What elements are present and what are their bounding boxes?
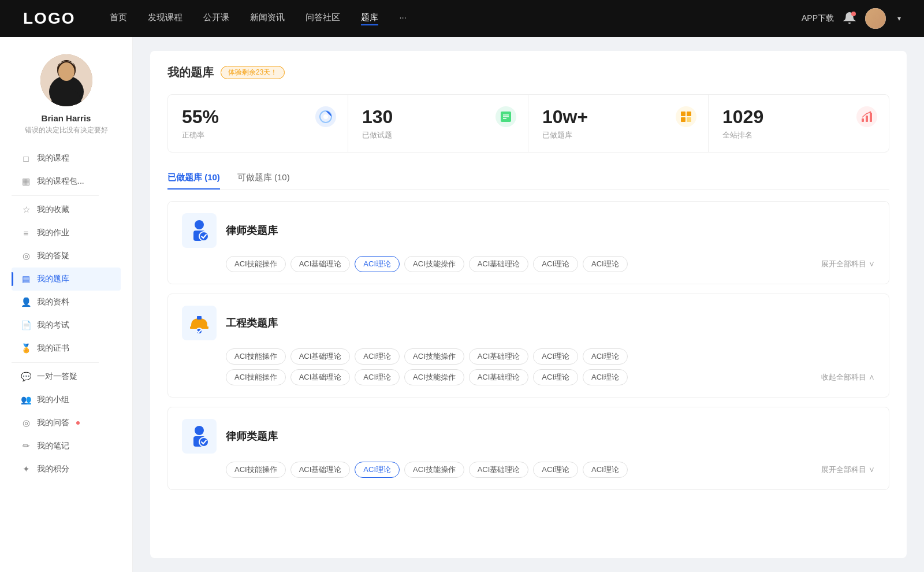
tag-2-2[interactable]: ACI理论	[355, 462, 400, 478]
done-b-icon	[676, 106, 696, 127]
tag-1-3[interactable]: ACI技能操作	[404, 348, 464, 365]
stat-ranking: 1029 全站排名	[709, 95, 889, 152]
tag-1-s3[interactable]: ACI技能操作	[404, 369, 464, 385]
rank-icon	[856, 106, 877, 127]
tag-0-0[interactable]: ACI技能操作	[226, 256, 286, 272]
svg-rect-16	[870, 113, 872, 122]
tag-row-1: ACI技能操作 ACI基础理论 ACI理论 ACI技能操作 ACI基础理论 AC…	[182, 348, 875, 365]
tag-0-4[interactable]: ACI基础理论	[469, 256, 529, 272]
tab-done[interactable]: 已做题库 (10)	[167, 166, 220, 189]
nav-right: APP下载 ▾	[802, 8, 901, 29]
stat-done-banks: 10w+ 已做题库	[528, 95, 709, 152]
sidebar-item-certificate[interactable]: 🏅 我的证书	[12, 337, 121, 360]
sidebar-item-points[interactable]: ✦ 我的积分	[12, 458, 121, 481]
tag-1-s1[interactable]: ACI基础理论	[290, 369, 351, 385]
sidebar: Brian Harris 错误的决定比没有决定要好 □ 我的课程 ▦ 我的课程包…	[0, 37, 133, 572]
second-tag-row-1: ACI技能操作 ACI基础理论 ACI理论 ACI技能操作 ACI基础理论 AC…	[182, 369, 875, 385]
tag-2-3[interactable]: ACI技能操作	[404, 462, 464, 478]
tag-2-6[interactable]: ACI理论	[583, 462, 628, 478]
stat-done-q-label: 已做试题	[362, 130, 392, 140]
done-q-icon	[495, 106, 516, 127]
nav-discover[interactable]: 发现课程	[148, 12, 182, 25]
avatar[interactable]	[865, 8, 886, 29]
tag-collapse-1[interactable]: 收起全部科目 ∧	[821, 372, 875, 382]
tag-0-2[interactable]: ACI理论	[355, 256, 400, 272]
stats-row: 55% 正确率 130 已做试题	[167, 94, 889, 153]
sidebar-item-group[interactable]: 👥 我的小组	[12, 388, 121, 411]
qbank-header-1: 工程类题库	[182, 306, 875, 340]
qbank-header-2: 律师类题库	[182, 419, 875, 454]
svg-point-17	[870, 112, 871, 113]
sidebar-item-qbank[interactable]: ▤ 我的题库	[12, 268, 121, 291]
qbank-icon: ▤	[21, 274, 31, 284]
tag-2-5[interactable]: ACI理论	[533, 462, 578, 478]
sidebar-item-exam[interactable]: 📄 我的考试	[12, 314, 121, 337]
stat-accuracy: 55% 正确率	[168, 95, 348, 152]
qa-new-dot	[76, 421, 80, 425]
nav-qa[interactable]: 问答社区	[305, 12, 340, 25]
user-avatar	[40, 54, 92, 106]
navbar: LOGO 首页 发现课程 公开课 新闻资讯 问答社区 题库 ··· APP下载 …	[0, 0, 924, 37]
tag-1-6[interactable]: ACI理论	[583, 348, 628, 365]
tag-1-4[interactable]: ACI基础理论	[469, 348, 529, 365]
tag-1-s5[interactable]: ACI理论	[533, 369, 578, 385]
nav-qbank[interactable]: 题库	[361, 12, 378, 25]
notes-icon: ✏	[21, 441, 31, 451]
certificate-icon: 🏅	[21, 343, 31, 354]
page-layout: Brian Harris 错误的决定比没有决定要好 □ 我的课程 ▦ 我的课程包…	[0, 37, 924, 572]
svg-rect-12	[681, 117, 685, 122]
sidebar-item-qa[interactable]: ◎ 我的答疑	[12, 244, 121, 268]
tag-1-s0[interactable]: ACI技能操作	[226, 369, 286, 385]
trial-badge: 体验剩余23天！	[221, 66, 285, 79]
svg-rect-11	[687, 112, 691, 116]
tag-expand-2[interactable]: 展开全部科目 ∨	[821, 465, 875, 475]
svg-point-26	[199, 437, 208, 447]
sidebar-item-my-qa[interactable]: ◎ 我的问答	[12, 411, 121, 434]
qbank-header-0: 律师类题库	[182, 213, 875, 248]
nav-links: 首页 发现课程 公开课 新闻资讯 问答社区 题库 ···	[110, 12, 802, 25]
stat-rank-value: 1029	[722, 106, 763, 128]
tag-1-s2[interactable]: ACI理论	[355, 369, 400, 385]
qbank-card-2: 律师类题库 ACI技能操作 ACI基础理论 ACI理论 ACI技能操作 ACI基…	[167, 407, 889, 490]
nav-open-course[interactable]: 公开课	[203, 12, 229, 25]
sidebar-item-profile[interactable]: 👤 我的资料	[12, 291, 121, 314]
tag-2-4[interactable]: ACI基础理论	[469, 462, 529, 478]
sidebar-item-1on1[interactable]: 💬 一对一答疑	[12, 365, 121, 388]
sidebar-item-favorites[interactable]: ☆ 我的收藏	[12, 198, 121, 221]
stat-done-b-label: 已做题库	[542, 130, 572, 140]
accuracy-icon	[315, 106, 336, 127]
tag-0-1[interactable]: ACI基础理论	[290, 256, 351, 272]
nav-more[interactable]: ···	[399, 12, 407, 25]
tag-expand-0[interactable]: 展开全部科目 ∨	[821, 259, 875, 269]
sidebar-item-courses[interactable]: □ 我的课程	[12, 147, 121, 170]
qbank-icon-lawyer-0	[182, 213, 217, 248]
qbank-icon-lawyer-2	[182, 419, 217, 454]
app-download-button[interactable]: APP下载	[802, 13, 834, 24]
notification-dot	[851, 12, 856, 16]
nav-news[interactable]: 新闻资讯	[250, 12, 285, 25]
qbank-title-1: 工程类题库	[226, 316, 278, 330]
sidebar-item-homework[interactable]: ≡ 我的作业	[12, 221, 121, 244]
tag-1-s4[interactable]: ACI基础理论	[469, 369, 529, 385]
user-motto: 错误的决定比没有决定要好	[25, 125, 108, 135]
tag-2-1[interactable]: ACI基础理论	[290, 462, 351, 478]
sidebar-item-notes[interactable]: ✏ 我的笔记	[12, 434, 121, 458]
tab-available[interactable]: 可做题库 (10)	[237, 166, 290, 189]
tag-0-3[interactable]: ACI技能操作	[404, 256, 464, 272]
tag-1-5[interactable]: ACI理论	[533, 348, 578, 365]
tag-0-6[interactable]: ACI理论	[583, 256, 628, 272]
tag-1-0[interactable]: ACI技能操作	[226, 348, 286, 365]
page-header: 我的题库 体验剩余23天！	[167, 65, 889, 80]
tag-1-1[interactable]: ACI基础理论	[290, 348, 351, 365]
nav-home[interactable]: 首页	[110, 12, 127, 25]
svg-rect-13	[687, 117, 691, 122]
tag-0-5[interactable]: ACI理论	[533, 256, 578, 272]
notification-bell[interactable]	[843, 12, 856, 26]
homework-icon: ≡	[21, 228, 31, 238]
sidebar-item-course-package[interactable]: ▦ 我的课程包...	[12, 170, 121, 193]
tag-1-2[interactable]: ACI理论	[355, 348, 400, 365]
user-menu-chevron[interactable]: ▾	[897, 14, 901, 23]
favorites-icon: ☆	[21, 205, 31, 215]
tag-2-0[interactable]: ACI技能操作	[226, 462, 286, 478]
tag-1-s6[interactable]: ACI理论	[583, 369, 628, 385]
